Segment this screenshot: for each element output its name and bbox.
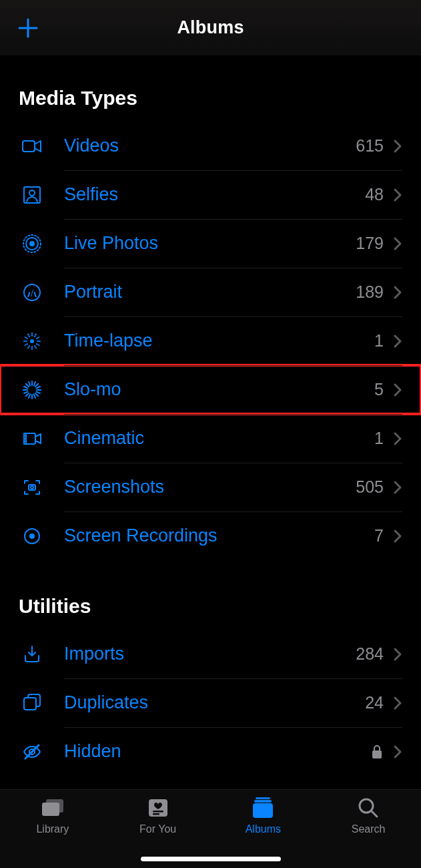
hidden-icon xyxy=(19,738,45,765)
portrait-icon: f xyxy=(19,279,45,306)
row-slo-mo[interactable]: Slo-mo5 xyxy=(0,365,421,414)
row-label: Duplicates xyxy=(64,692,357,713)
add-button[interactable] xyxy=(15,15,41,41)
row-imports[interactable]: Imports284 xyxy=(0,630,421,678)
row-label: Screen Recordings xyxy=(64,525,366,546)
tab-albums[interactable]: Albums xyxy=(211,797,316,835)
svg-line-17 xyxy=(25,337,27,339)
svg-line-29 xyxy=(26,393,29,395)
timelapse-icon xyxy=(19,328,45,355)
svg-line-21 xyxy=(37,337,39,339)
row-label: Portrait xyxy=(64,282,348,302)
row-selfies[interactable]: Selfies48 xyxy=(0,170,421,219)
plus-icon xyxy=(17,17,39,39)
tab-label: Albums xyxy=(246,823,281,835)
slomo-icon xyxy=(19,377,45,403)
row-count: 615 xyxy=(356,136,384,156)
row-label: Time-lapse xyxy=(64,331,366,351)
page-title: Albums xyxy=(177,17,244,38)
row-time-lapse[interactable]: Time-lapse1 xyxy=(0,316,421,365)
content-scroll[interactable]: Media TypesVideos615Selfies48Live Photos… xyxy=(0,56,421,789)
row-count: 179 xyxy=(356,234,384,253)
row-label: Selfies xyxy=(64,184,357,205)
section-header: Media Types xyxy=(0,59,421,122)
screenrec-icon xyxy=(19,523,45,550)
row-count: 48 xyxy=(365,185,384,204)
svg-rect-45 xyxy=(24,698,36,710)
row-label: Imports xyxy=(64,644,348,664)
row-live-photos[interactable]: Live Photos179 xyxy=(0,219,421,268)
chevron-right-icon xyxy=(393,383,402,397)
tab-albums-icon xyxy=(248,797,278,819)
video-icon xyxy=(19,133,45,160)
row-label: Cinematic xyxy=(64,428,366,449)
row-label: Slo-mo xyxy=(64,379,366,400)
row-hidden[interactable]: Hidden xyxy=(0,727,421,776)
svg-line-37 xyxy=(35,383,38,386)
svg-rect-53 xyxy=(153,813,159,815)
svg-line-34 xyxy=(29,381,30,385)
svg-rect-48 xyxy=(372,750,382,758)
svg-line-33 xyxy=(26,383,29,386)
row-duplicates[interactable]: Duplicates24 xyxy=(0,678,421,727)
svg-point-5 xyxy=(29,241,35,246)
row-screenshots[interactable]: Screenshots505 xyxy=(0,463,421,511)
row-cinematic[interactable]: Cinematic1 xyxy=(0,414,421,463)
row-count: 5 xyxy=(374,380,384,399)
home-indicator[interactable] xyxy=(141,857,281,861)
svg-line-25 xyxy=(35,393,38,395)
svg-line-15 xyxy=(25,344,27,346)
row-videos[interactable]: Videos615 xyxy=(0,122,421,170)
row-label: Live Photos xyxy=(64,233,348,254)
chevron-right-icon xyxy=(393,480,402,495)
row-label: Screenshots xyxy=(64,477,348,497)
tab-library[interactable]: Library xyxy=(0,797,105,835)
svg-point-42 xyxy=(31,486,33,489)
section-header: Utilities xyxy=(0,567,421,630)
chevron-right-icon xyxy=(393,529,402,544)
lock-icon xyxy=(370,744,384,760)
row-count: 189 xyxy=(356,282,384,302)
svg-line-24 xyxy=(36,391,40,393)
svg-rect-54 xyxy=(256,797,270,799)
svg-rect-55 xyxy=(254,800,272,803)
duplicates-icon xyxy=(19,690,45,716)
chevron-right-icon xyxy=(393,236,402,251)
tab-foryou[interactable]: For You xyxy=(105,797,211,835)
tab-foryou-icon xyxy=(143,797,173,819)
selfie-icon xyxy=(19,182,45,208)
tab-label: Search xyxy=(352,823,386,835)
imports-icon xyxy=(19,641,45,668)
chevron-right-icon xyxy=(393,188,402,202)
row-label: Hidden xyxy=(64,741,366,762)
cinematic-icon xyxy=(19,425,45,452)
row-portrait[interactable]: fPortrait189 xyxy=(0,268,421,316)
tab-label: Library xyxy=(36,823,69,835)
svg-line-11 xyxy=(37,344,39,346)
svg-line-26 xyxy=(34,394,35,398)
svg-line-12 xyxy=(35,345,37,348)
svg-line-30 xyxy=(24,391,28,393)
chevron-right-icon xyxy=(393,334,402,349)
svg-point-44 xyxy=(29,533,35,539)
row-screen-recordings[interactable]: Screen Recordings7 xyxy=(0,511,421,560)
svg-text:f: f xyxy=(31,288,34,296)
svg-line-18 xyxy=(28,333,30,336)
svg-rect-56 xyxy=(253,803,273,818)
svg-point-4 xyxy=(29,190,35,196)
chevron-right-icon xyxy=(393,647,402,662)
svg-rect-52 xyxy=(153,811,163,813)
chevron-right-icon xyxy=(393,139,402,154)
chevron-right-icon xyxy=(393,744,402,759)
navbar: Albums xyxy=(0,0,421,56)
row-count: 1 xyxy=(374,429,384,448)
chevron-right-icon xyxy=(393,431,402,446)
row-count: 505 xyxy=(356,477,384,497)
svg-rect-50 xyxy=(46,799,63,813)
row-label: Videos xyxy=(64,136,348,156)
tab-search[interactable]: Search xyxy=(316,797,421,835)
svg-line-20 xyxy=(35,333,37,336)
svg-line-32 xyxy=(24,387,28,388)
screenshot-icon xyxy=(19,474,45,501)
chevron-right-icon xyxy=(393,285,402,300)
